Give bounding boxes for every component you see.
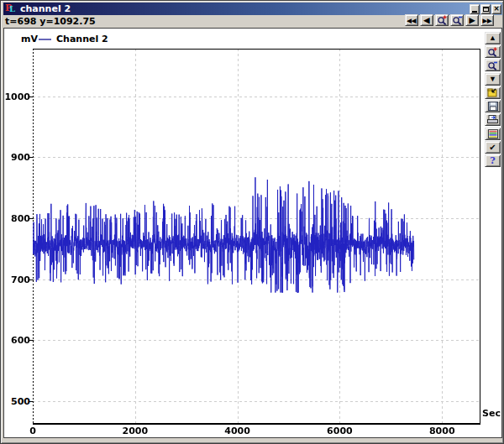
zoom-in-icon [487, 47, 498, 57]
triangle-down-icon: ▼ [489, 76, 496, 82]
help-button[interactable]: ? [485, 154, 501, 167]
y-tick-mark [29, 340, 34, 341]
y-tick-mark [29, 218, 34, 219]
title-bar[interactable]: PL channel 2 ✕ [3, 3, 502, 15]
apply-button[interactable]: ✔ [485, 141, 501, 154]
x-tick-label: 0 [14, 426, 51, 436]
zoom-out-button[interactable] [485, 59, 501, 71]
save-floppy-icon [488, 102, 498, 111]
window-controls: ✕ [470, 4, 501, 14]
y-tick-label: 800 [4, 213, 30, 224]
scroll-down-button[interactable]: ▼ [485, 73, 501, 86]
print-icon [487, 115, 498, 124]
check-icon: ✔ [489, 144, 496, 152]
step-back-button[interactable]: ◀ [420, 14, 433, 26]
zoom-in-icon [437, 15, 448, 25]
window-title: channel 2 [20, 3, 470, 14]
open-folder-icon [487, 88, 498, 97]
jump-to-end-button[interactable]: ▶▶ [480, 14, 494, 26]
triangle-up-icon: ▲ [489, 35, 496, 41]
zoom-in-button[interactable] [485, 45, 501, 58]
plot-border-right [480, 49, 480, 424]
double-left-arrow-icon: ◀◀ [407, 18, 417, 24]
app-icon-letter-l: L [9, 4, 15, 13]
save-button[interactable] [485, 100, 501, 112]
close-icon: ✕ [494, 6, 500, 13]
y-tick-label: 500 [4, 396, 30, 407]
zoom-out-button[interactable] [450, 14, 464, 26]
close-button[interactable]: ✕ [491, 4, 501, 14]
minimize-icon [472, 11, 477, 13]
maximize-icon [483, 7, 489, 12]
zoom-out-icon [452, 15, 463, 25]
y-axis-unit-label: mV [21, 34, 38, 44]
double-right-arrow-icon: ▶▶ [483, 18, 492, 24]
legend-series-label: Channel 2 [56, 34, 108, 44]
y-tick-mark [29, 97, 34, 97]
y-tick-label: 700 [4, 274, 30, 285]
y-tick-mark [29, 401, 34, 402]
y-tick-label: 600 [4, 335, 30, 346]
x-tick-label: 4000 [219, 426, 256, 436]
plot-border-top [33, 49, 480, 50]
zoom-in-button[interactable] [435, 14, 449, 26]
x-axis-line [33, 423, 480, 425]
scroll-up-button[interactable]: ▲ [485, 32, 501, 44]
x-tick-label: 8000 [423, 426, 460, 436]
app-window: PL channel 2 ✕ t=698 y=1092.75 ◀◀◀▶▶▶ mV… [0, 0, 504, 444]
y-tick-label: 1000 [4, 91, 30, 102]
x-tick-label: 2000 [117, 426, 154, 436]
left-arrow-icon: ◀ [424, 18, 430, 24]
y-tick-mark [29, 157, 34, 158]
x-axis-unit-label: Sec [482, 408, 501, 419]
jump-to-start-button[interactable]: ◀◀ [405, 14, 418, 26]
x-tick-label: 6000 [321, 426, 358, 436]
print-button[interactable] [485, 113, 501, 126]
question-mark-icon: ? [490, 155, 495, 166]
nav-toolbar: ◀◀◀▶▶▶ [405, 14, 494, 26]
maximize-button[interactable] [480, 4, 491, 14]
zoom-out-icon [487, 60, 498, 71]
open-file-button[interactable] [485, 86, 501, 99]
y-tick-label: 900 [4, 152, 30, 163]
colors-button[interactable] [485, 128, 501, 140]
minimize-button[interactable] [470, 4, 480, 14]
step-forward-button[interactable]: ▶ [465, 14, 479, 26]
colors-stripes-icon [488, 129, 498, 138]
cursor-readout: t=698 y=1092.75 [5, 16, 96, 27]
legend-line-sample [39, 39, 51, 40]
plot-area[interactable] [33, 49, 480, 423]
right-arrow-icon: ▶ [470, 18, 475, 24]
app-icon: PL [5, 3, 17, 14]
y-tick-mark [29, 279, 34, 280]
